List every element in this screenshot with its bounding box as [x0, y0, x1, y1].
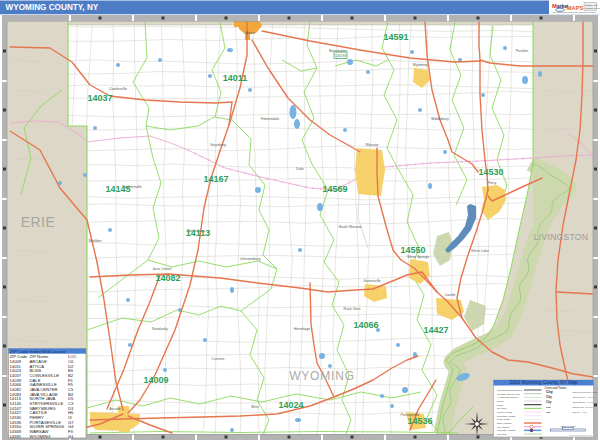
svg-text:MAPS: MAPS: [567, 5, 584, 11]
svg-text:Rock Glen: Rock Glen: [344, 307, 361, 311]
svg-text:City: City: [546, 390, 553, 394]
svg-text:Bliss: Bliss: [251, 405, 259, 409]
svg-text:City: City: [546, 395, 552, 399]
svg-text:Intl State and Province: Intl State and Province: [497, 393, 521, 395]
svg-text:Wyoming: Wyoming: [413, 63, 428, 67]
svg-text:14024: 14024: [278, 400, 303, 410]
svg-text:WYOMING COUNTY, NY: WYOMING COUNTY, NY: [6, 3, 99, 12]
svg-text:ZIP Code: ZIP Code: [497, 407, 507, 409]
svg-text:WYOMING: WYOMING: [289, 369, 355, 383]
svg-text:Dale: Dale: [296, 167, 303, 171]
svg-text:ERIE: ERIE: [21, 214, 56, 230]
svg-text:US Highway: US Highway: [497, 426, 510, 428]
svg-text:LIVINGSTON: LIVINGSTON: [534, 232, 588, 242]
svg-text:City: City: [546, 406, 551, 409]
svg-text:Interstate Highway: Interstate Highway: [497, 429, 517, 431]
svg-text:14009: 14009: [143, 375, 168, 385]
svg-text:Arcade: Arcade: [109, 407, 120, 411]
svg-text:State Highway: State Highway: [497, 422, 513, 424]
svg-text:Sheldon: Sheldon: [88, 239, 101, 243]
svg-text:Silver Lake: Silver Lake: [471, 249, 489, 253]
svg-text:South Warsaw: South Warsaw: [338, 225, 362, 229]
svg-text:Minor Roads: Minor Roads: [497, 418, 511, 420]
svg-text:14591: 14591: [10, 434, 22, 439]
svg-text:TerritoryMAPS: TerritoryMAPS: [585, 7, 600, 10]
svg-text:Attica: Attica: [246, 31, 255, 35]
svg-text:City: City: [546, 411, 551, 413]
svg-text:14039: 14039: [335, 53, 348, 58]
svg-text:14113: 14113: [186, 228, 211, 238]
svg-text:Cities and Towns: Cities and Towns: [545, 386, 567, 390]
svg-text:14569: 14569: [322, 184, 347, 194]
svg-text:14550: 14550: [400, 245, 425, 255]
svg-text:14536: 14536: [407, 416, 432, 426]
svg-text:Toll Road: Toll Road: [497, 433, 507, 435]
svg-text:America's Leading Custom Mappi: America's Leading Custom Mapping Company: [552, 11, 598, 13]
svg-text:Pavilion: Pavilion: [516, 49, 529, 53]
svg-text:14167: 14167: [203, 174, 228, 184]
svg-text:Secondary Roads: Secondary Roads: [497, 415, 516, 417]
svg-text:Primary Roads: Primary Roads: [497, 411, 513, 413]
svg-text:14011: 14011: [223, 73, 248, 83]
svg-text:14427: 14427: [423, 325, 448, 335]
svg-text:Cowlesville: Cowlesville: [109, 87, 127, 91]
svg-text:14591: 14591: [383, 32, 408, 42]
svg-text:All State Boundaries: All State Boundaries: [497, 396, 519, 398]
svg-text:14037: 14037: [87, 93, 112, 103]
svg-text:County: County: [497, 400, 505, 402]
svg-text:Middlebury: Middlebury: [431, 117, 449, 121]
svg-text:Curriers: Curriers: [212, 357, 225, 361]
svg-text:Copyright MarketMAPS: Copyright MarketMAPS: [569, 434, 592, 436]
svg-text:Varysburg: Varysburg: [210, 143, 226, 147]
svg-text:Java Center: Java Center: [152, 267, 172, 271]
svg-text:Johnsonburg: Johnsonburg: [240, 257, 261, 261]
svg-text:G1: G1: [68, 434, 74, 439]
svg-text:Warsaw: Warsaw: [366, 143, 379, 147]
svg-text:Hermitage: Hermitage: [294, 327, 311, 331]
svg-text:Road: Road: [497, 404, 503, 406]
svg-text:14145: 14145: [105, 184, 130, 194]
svg-text:ZIP Code Index/Grid Locator: ZIP Code Index/Grid Locator: [10, 349, 66, 354]
svg-text:Perry: Perry: [488, 181, 497, 185]
svg-text:14082: 14082: [155, 273, 180, 283]
svg-text:International boundaries: International boundaries: [497, 389, 522, 391]
svg-text:Gainesville: Gainesville: [363, 279, 381, 283]
svg-text:14066: 14066: [353, 320, 378, 330]
svg-text:Silver Springs: Silver Springs: [407, 255, 429, 259]
svg-text:Sandusky: Sandusky: [152, 327, 168, 331]
svg-text:Castile: Castile: [445, 293, 456, 297]
svg-text:Folsomdale: Folsomdale: [261, 117, 280, 121]
svg-text:City: City: [546, 400, 552, 404]
svg-text:14530: 14530: [478, 167, 503, 177]
svg-text:WYOMING: WYOMING: [30, 434, 51, 439]
